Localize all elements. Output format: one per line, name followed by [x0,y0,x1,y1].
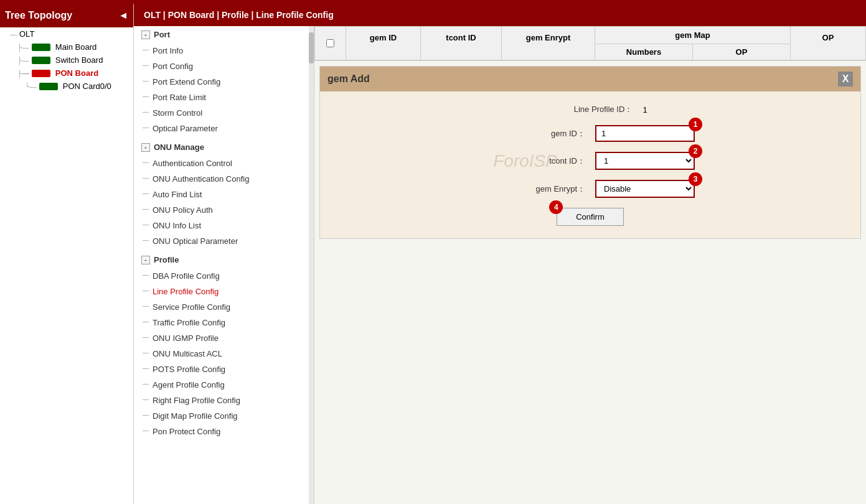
gem-encrypt-control: Disable Enable 3 [595,180,695,198]
gem-add-dialog-content: gem Add X Line Profile ID： 1 [319,66,861,239]
breadcrumb-text: OLT | PON Board | Profile | Line Profile… [144,10,334,20]
tcont-id-control: 1 2 [595,152,695,170]
th-op: OP [791,27,865,60]
gem-encrypt-select[interactable]: Disable Enable [595,180,695,198]
step-badge-3: 3 [689,172,702,186]
select-all-checkbox[interactable] [326,39,334,47]
olt-connector: — [10,30,17,38]
nav-section-onu-manage: - ONU Manage Authentication Control ONU … [134,139,314,249]
gem-id-input[interactable] [595,125,695,142]
th-tcont-id-label: tcont ID [446,33,476,42]
tree-item-pon-board[interactable]: ├— PON Board [0,67,133,80]
nav-item-service-profile-config[interactable]: Service Profile Config [134,299,314,315]
tcont-id-label: tcont ID： [486,156,585,167]
profile-expand-icon[interactable]: - [141,256,150,264]
switch-board-label: Switch Board [55,55,103,65]
sidebar: Tree Topology ◄ — OLT ├— Main Board ├— S… [0,4,134,504]
step-badge-1: 1 [689,118,702,131]
pon-card-icon [39,83,58,90]
gem-id-label: gem ID： [486,128,585,139]
port-section-label: Port [154,30,170,39]
nav-item-onu-auth-config[interactable]: ONU Authentication Config [134,171,314,187]
nav-item-optical-parameter[interactable]: Optical Parameter [134,121,314,136]
nav-item-pots-profile-config[interactable]: POTS Profile Config [134,362,314,377]
step-badge-2: 2 [689,144,702,158]
switch-board-icon [32,57,50,64]
tree-item-olt[interactable]: — OLT [0,27,133,40]
pon-board-label: PON Board [55,68,98,78]
nav-item-port-info[interactable]: Port Info [134,43,314,58]
th-gem-map: gem Map Numbers OP [595,27,791,60]
nav-item-pon-protect-config[interactable]: Pon Protect Config [134,424,314,439]
th-tcont-id: tcont ID [421,27,502,60]
form-row-gem-encrypt: gem Enrypt： Disable Enable 3 [345,180,835,198]
th-gem-map-sub: Numbers OP [595,44,790,60]
main-content: gem ID tcont ID gem Enrypt gem Map [314,26,866,504]
th-gem-id-label: gem ID [370,33,397,42]
confirm-button[interactable]: Confirm [557,208,624,226]
scrollbar-track[interactable] [309,26,314,504]
form-row-confirm: 4 Confirm [345,208,835,226]
nav-item-right-flag-profile-config[interactable]: Right Flag Profile Config [134,393,314,408]
onu-manage-section-label: ONU Manage [154,142,204,152]
nav-item-traffic-profile-config[interactable]: Traffic Profile Config [134,315,314,330]
nav-section-port: - Port Port Info Port Config Port Extend… [134,26,314,136]
connector-main-board: ├— [17,44,29,51]
nav-item-port-rate-limit[interactable]: Port Rate Limit [134,90,314,105]
nav-item-authentication-control[interactable]: Authentication Control [134,156,314,171]
nav-item-onu-igmp-profile[interactable]: ONU IGMP Profile [134,330,314,346]
nav-section-profile: - Profile DBA Profile Config Line Profil… [134,251,314,439]
nav-item-auto-find-list[interactable]: Auto Find List [134,187,314,202]
nav-item-digit-map-profile-config[interactable]: Digit Map Profile Config [134,408,314,424]
gem-add-body: Line Profile ID： 1 gem ID： 1 [320,91,860,238]
tree-item-pon-card[interactable]: └— PON Card0/0 [0,80,133,93]
gem-add-close-button[interactable]: X [838,72,853,86]
scrollbar-thumb[interactable] [309,32,314,63]
nav-item-onu-multicast-acl[interactable]: ONU Multicast ACL [134,346,314,362]
sidebar-title: Tree Topology [5,10,72,21]
line-profile-id-label: Line Profile ID： [533,104,633,115]
nav-item-onu-info-list[interactable]: ONU Info List [134,218,314,233]
th-gem-encrypt: gem Enrypt [502,27,595,60]
table-area: gem ID tcont ID gem Enrypt gem Map [314,26,866,61]
main-board-icon [32,44,50,51]
th-gem-map-label: gem Map [595,27,790,44]
connector-switch-board: ├— [17,57,29,64]
profile-section-label: Profile [154,255,179,264]
nav-item-storm-control[interactable]: Storm Control [134,105,314,121]
nav-section-onu-manage-header[interactable]: - ONU Manage [134,139,314,156]
connector-pon-card: └— [25,83,37,90]
gem-add-header: gem Add X [320,67,860,91]
tcont-id-select[interactable]: 1 [595,152,695,170]
form-row-gem-id: gem ID： 1 [345,125,835,142]
nav-item-port-config[interactable]: Port Config [134,58,314,74]
port-expand-icon[interactable]: - [141,30,150,39]
nav-panel: - Port Port Info Port Config Port Extend… [134,26,314,504]
sidebar-toggle[interactable]: ◄ [118,10,128,21]
nav-item-agent-profile-config[interactable]: Agent Profile Config [134,377,314,393]
table-header-row1: gem ID tcont ID gem Enrypt gem Map [315,27,865,60]
th-checkbox [315,27,346,60]
breadcrumb: OLT | PON Board | Profile | Line Profile… [134,4,866,26]
nav-item-onu-policy-auth[interactable]: ONU Policy Auth [134,202,314,218]
onu-manage-expand-icon[interactable]: - [141,143,150,152]
nav-item-onu-optical-param[interactable]: ONU Optical Parameter [134,233,314,249]
olt-label: OLT [19,29,34,39]
sidebar-header: Tree Topology ◄ [0,4,133,27]
tree-item-switch-board[interactable]: ├— Switch Board [0,54,133,67]
nav-item-dba-profile-config[interactable]: DBA Profile Config [134,268,314,284]
main-board-label: Main Board [55,42,96,52]
form-row-line-profile-id: Line Profile ID： 1 [345,104,835,115]
right-panel: OLT | PON Board | Profile | Line Profile… [134,4,866,504]
tree-item-main-board[interactable]: ├— Main Board [0,40,133,54]
nav-item-port-extend-config[interactable]: Port Extend Config [134,74,314,90]
th-gem-encrypt-label: gem Enrypt [526,33,571,42]
confirm-wrapper: 4 Confirm [557,208,624,226]
nav-section-profile-header[interactable]: - Profile [134,251,314,268]
gem-add-dialog: gem Add X Line Profile ID： 1 [319,66,861,239]
content-area: - Port Port Info Port Config Port Extend… [134,26,866,504]
nav-item-line-profile-config[interactable]: Line Profile Config [134,284,314,299]
nav-section-port-header[interactable]: - Port [134,26,314,43]
pon-card-label: PON Card0/0 [63,82,111,91]
gem-encrypt-label: gem Enrypt： [486,184,585,195]
